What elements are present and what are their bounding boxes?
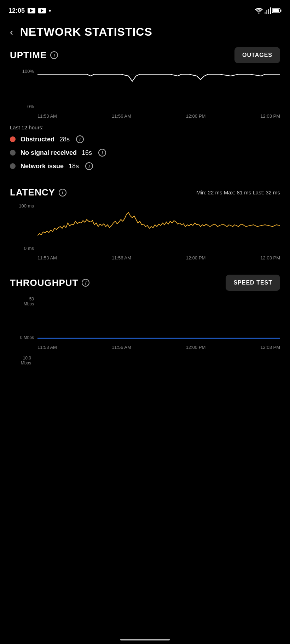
latency-x-labels: 11:53 AM 11:56 AM 12:00 PM 12:03 PM (37, 253, 280, 260)
svg-rect-1 (265, 12, 266, 14)
uptime-x-1: 11:53 AM (37, 113, 57, 119)
throughput-title: THROUGHPUT (10, 277, 78, 288)
svg-rect-7 (273, 9, 279, 12)
legend-obstructed: Obstructed 28s i (10, 135, 280, 143)
uptime-section: UPTIME i OUTAGES 100% 0% 11:53 AM 11:56 … (0, 47, 290, 187)
status-time: 12:05 (8, 7, 25, 14)
uptime-x-labels: 11:53 AM 11:56 AM 12:00 PM 12:03 PM (37, 111, 280, 119)
network-issue-dot (10, 163, 16, 169)
uptime-svg (37, 69, 280, 111)
no-signal-dot (10, 150, 16, 156)
throughput-title-group: THROUGHPUT i (10, 277, 89, 288)
uptime-x-2: 11:56 AM (112, 113, 131, 119)
uptime-x-4: 12:03 PM (260, 113, 280, 119)
latency-x-3: 12:00 PM (186, 255, 206, 260)
obstructed-label: Obstructed (21, 136, 54, 143)
throughput-x-labels: 11:53 AM 11:56 AM 12:00 PM 12:03 PM (37, 343, 280, 350)
throughput-bottom-label-area: 10.0Mbps (10, 356, 280, 366)
uptime-chart-area (37, 69, 280, 111)
notification-dot: • (49, 7, 51, 14)
throughput-x-1: 11:53 AM (37, 345, 57, 350)
latency-stats: Min: 22 ms Max: 81 ms Last: 32 ms (196, 189, 280, 195)
uptime-y-labels: 100% 0% (10, 69, 34, 109)
latency-x-2: 11:56 AM (112, 255, 131, 260)
latency-section: LATENCY i Min: 22 ms Max: 81 ms Last: 32… (0, 187, 290, 275)
youtube-icon (28, 8, 35, 13)
youtube-icon-2 (38, 8, 46, 13)
no-signal-label: No signal received (21, 149, 77, 157)
wifi-icon (255, 7, 263, 14)
uptime-y-top: 100% (22, 69, 34, 74)
throughput-info-icon[interactable]: i (82, 279, 89, 287)
latency-y-bottom: 0 ms (24, 246, 34, 251)
uptime-title: UPTIME (10, 50, 47, 61)
home-indicator (120, 639, 170, 640)
svg-rect-4 (270, 7, 271, 14)
latency-chart-area (37, 204, 280, 253)
network-issue-value: 18s (69, 163, 79, 170)
latency-title: LATENCY (10, 187, 55, 198)
cell-signal-icon (265, 7, 271, 14)
uptime-chart: 100% 0% 11:53 AM 11:56 AM 12:00 PM 12:03… (10, 69, 280, 119)
battery-icon (272, 8, 282, 13)
obstructed-info-icon[interactable]: i (76, 135, 84, 143)
svg-point-0 (258, 12, 260, 14)
legend-network-issue: Network issue 18s i (10, 162, 280, 170)
throughput-header: THROUGHPUT i SPEED TEST (10, 275, 280, 291)
latency-svg (37, 204, 280, 253)
uptime-info-icon[interactable]: i (50, 51, 58, 59)
latency-x-4: 12:03 PM (260, 255, 280, 260)
latency-header: LATENCY i Min: 22 ms Max: 81 ms Last: 32… (10, 187, 280, 198)
throughput-x-3: 12:00 PM (186, 345, 206, 350)
latency-title-group: LATENCY i (10, 187, 66, 198)
throughput-y-0: 0 Mbps (20, 335, 34, 340)
outages-button[interactable]: OUTAGES (234, 47, 280, 63)
page-header: ‹ NETWORK STATISTICS (0, 20, 290, 47)
throughput-y-labels-top: 50Mbps 0 Mbps (10, 297, 34, 340)
latency-y-labels: 100 ms 0 ms (10, 204, 34, 251)
obstructed-dot (10, 136, 16, 142)
throughput-chart-area-top (37, 297, 280, 343)
uptime-title-group: UPTIME i (10, 50, 58, 61)
svg-rect-6 (280, 10, 282, 12)
legend-no-signal: No signal received 16s i (10, 149, 280, 157)
status-bar: 12:05 • (0, 0, 290, 20)
no-signal-value: 16s (82, 149, 92, 157)
latency-chart: 100 ms 0 ms 11:53 AM 11:56 AM 12:00 PM 1… (10, 204, 280, 260)
uptime-legend: Last 12 hours: Obstructed 28s i No signa… (10, 124, 280, 170)
back-button[interactable]: ‹ (10, 28, 13, 37)
throughput-svg-top (37, 297, 280, 343)
latency-y-top: 100 ms (19, 204, 34, 208)
throughput-y-bottom: 10.0Mbps (10, 356, 34, 366)
system-status-icons (255, 7, 282, 14)
uptime-y-bottom: 0% (27, 104, 34, 109)
latency-info-icon[interactable]: i (59, 189, 66, 197)
uptime-header: UPTIME i OUTAGES (10, 47, 280, 63)
throughput-section: THROUGHPUT i SPEED TEST 50Mbps 0 Mbps 11… (0, 275, 290, 377)
throughput-x-4: 12:03 PM (260, 345, 280, 350)
no-signal-info-icon[interactable]: i (98, 149, 106, 157)
throughput-y-50: 50Mbps (24, 297, 34, 307)
svg-rect-3 (268, 9, 269, 14)
obstructed-value: 28s (59, 136, 70, 143)
speed-test-button[interactable]: SPEED TEST (226, 275, 280, 291)
throughput-x-2: 11:56 AM (112, 345, 131, 350)
network-issue-label: Network issue (21, 163, 64, 170)
svg-rect-2 (266, 10, 267, 14)
legend-title: Last 12 hours: (10, 124, 280, 130)
uptime-x-3: 12:00 PM (186, 113, 206, 119)
latency-x-1: 11:53 AM (37, 255, 57, 260)
throughput-chart-top: 50Mbps 0 Mbps 11:53 AM 11:56 AM 12:00 PM… (10, 297, 280, 350)
network-issue-info-icon[interactable]: i (85, 162, 93, 170)
page-title: NETWORK STATISTICS (20, 25, 152, 39)
throughput-bottom-divider (34, 358, 280, 366)
status-time-group: 12:05 • (8, 7, 51, 14)
